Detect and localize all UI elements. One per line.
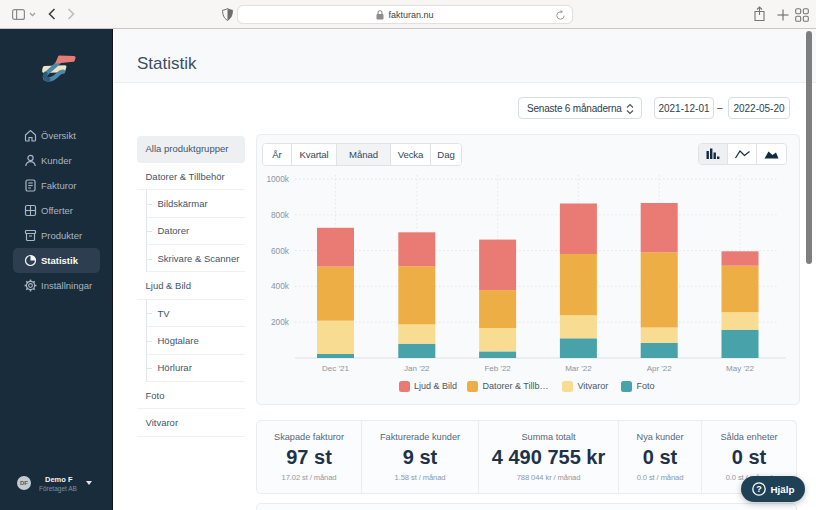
svg-text:Apr '22: Apr '22 — [647, 364, 673, 373]
svg-text:May '22: May '22 — [726, 364, 754, 373]
svg-text:200k: 200k — [271, 317, 290, 327]
svg-text:Mar '22: Mar '22 — [565, 364, 592, 373]
svg-text:Dec '21: Dec '21 — [322, 364, 349, 373]
svg-text:Jan '22: Jan '22 — [404, 364, 430, 373]
svg-text:600k: 600k — [271, 246, 290, 256]
svg-text:?: ? — [756, 484, 762, 494]
svg-text:Feb '22: Feb '22 — [484, 364, 511, 373]
svg-text:1000k: 1000k — [266, 174, 289, 184]
svg-text:800k: 800k — [271, 210, 290, 220]
svg-text:400k: 400k — [271, 281, 290, 291]
